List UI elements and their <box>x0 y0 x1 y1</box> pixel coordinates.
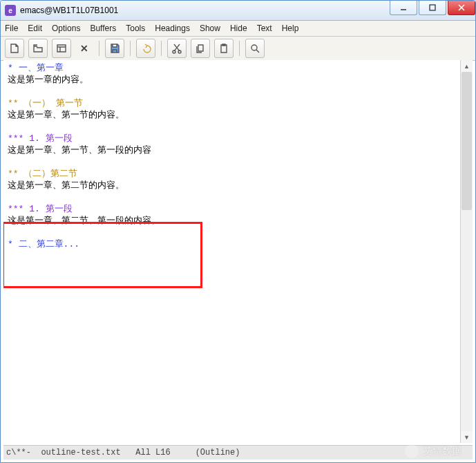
menu-buffers[interactable]: Buffers <box>90 23 116 33</box>
svg-rect-1 <box>430 5 435 10</box>
heading-line: ** （二）第二节 <box>8 168 457 180</box>
toolbar-separator <box>239 41 240 56</box>
menu-tools[interactable]: Tools <box>126 23 145 33</box>
window-title: emacs@WB1T1L07B1001 <box>20 6 118 15</box>
text-line: 这是第一章、第一节的内容。 <box>8 109 457 121</box>
text-line <box>8 191 457 203</box>
text-editor[interactable]: * 一、第一章这是第一章的内容。 ** （一） 第一节这是第一章、第一节的内容。… <box>3 60 461 443</box>
heading-line: * 一、第一章 <box>8 62 457 74</box>
toolbar-separator <box>161 41 162 56</box>
text-line: 这是第一章、第一节、第一段的内容 <box>8 144 457 156</box>
menu-show[interactable]: Show <box>200 23 220 33</box>
vertical-scrollbar[interactable]: ▲ ▼ <box>460 60 473 443</box>
svg-point-6 <box>251 45 257 50</box>
text-line <box>8 86 457 97</box>
text-line: 这是第一章的内容。 <box>8 74 457 86</box>
scroll-down-button[interactable]: ▼ <box>461 431 473 443</box>
menu-help[interactable]: Help <box>282 23 299 33</box>
copy-icon[interactable] <box>191 39 210 58</box>
watermark-icon <box>405 444 419 458</box>
watermark: 艾特数据 <box>405 444 461 458</box>
watermark-text: 艾特数据 <box>423 445 461 457</box>
text-line: 这是第一章、第二节的内容。 <box>8 180 457 191</box>
dired-icon[interactable] <box>52 39 71 58</box>
app-window: e emacs@WB1T1L07B1001 FileEditOptionsBuf… <box>0 0 476 463</box>
save-icon[interactable] <box>105 39 124 58</box>
menu-file[interactable]: File <box>5 23 18 33</box>
toolbar-separator <box>99 41 99 56</box>
menu-options[interactable]: Options <box>52 23 80 33</box>
titlebar[interactable]: e emacs@WB1T1L07B1001 <box>1 1 475 21</box>
open-file-icon[interactable] <box>28 39 48 58</box>
new-file-icon[interactable] <box>5 39 24 58</box>
text-line <box>8 156 457 168</box>
heading-line: *** 1. 第一段 <box>8 133 457 144</box>
heading-line: ** （一） 第一节 <box>8 97 457 109</box>
maximize-button[interactable] <box>419 1 446 15</box>
toolbar-separator <box>130 41 131 56</box>
mode-line: c\**- outline-test.txt All L16 (Outline) <box>3 445 473 460</box>
scroll-up-button[interactable]: ▲ <box>461 60 473 72</box>
menu-headings[interactable]: Headings <box>155 23 190 33</box>
close-button[interactable] <box>448 1 475 15</box>
cut-icon[interactable] <box>167 39 187 58</box>
editor-area: * 一、第一章这是第一章的内容。 ** （一） 第一节这是第一章、第一节的内容。… <box>3 60 473 443</box>
app-icon: e <box>5 5 16 16</box>
window-buttons <box>388 1 475 20</box>
paste-icon[interactable] <box>214 39 234 58</box>
heading-line: *** 1. 第一段 <box>8 203 457 215</box>
text-line <box>8 227 457 238</box>
menu-text[interactable]: Text <box>257 23 272 33</box>
toolbar: ✕ <box>1 37 475 61</box>
close-icon[interactable]: ✕ <box>75 39 93 57</box>
undo-icon[interactable] <box>136 39 155 58</box>
heading-line: * 二、第二章... <box>8 238 457 250</box>
search-icon[interactable] <box>245 39 265 58</box>
menu-edit[interactable]: Edit <box>28 23 42 33</box>
svg-point-5 <box>178 50 181 53</box>
text-line: 这是第一章、第二节、第一段的内容。 <box>8 215 457 227</box>
menu-hide[interactable]: Hide <box>230 23 247 33</box>
text-line <box>8 121 457 133</box>
scroll-thumb[interactable] <box>461 72 472 210</box>
svg-point-4 <box>173 50 175 53</box>
minimize-button[interactable] <box>390 1 417 15</box>
menubar: FileEditOptionsBuffersToolsHeadingsShowH… <box>1 21 475 37</box>
